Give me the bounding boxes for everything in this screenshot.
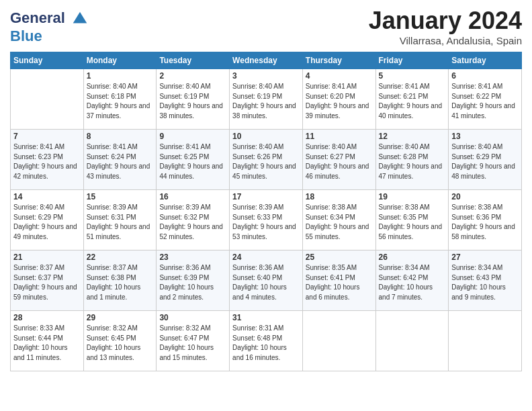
weekday-header-tuesday: Tuesday xyxy=(157,52,230,69)
day-info: Sunrise: 8:39 AM Sunset: 6:31 PM Dayligh… xyxy=(87,203,154,242)
day-number: 20 xyxy=(451,192,519,201)
calendar-table: SundayMondayTuesdayWednesdayThursdayFrid… xyxy=(10,52,522,371)
day-cell: 22Sunrise: 8:37 AM Sunset: 6:38 PM Dayli… xyxy=(83,250,157,311)
day-cell: 1Sunrise: 8:40 AM Sunset: 6:18 PM Daylig… xyxy=(83,69,157,130)
day-cell: 24Sunrise: 8:36 AM Sunset: 6:40 PM Dayli… xyxy=(230,250,303,311)
day-number: 3 xyxy=(232,71,300,81)
day-number: 15 xyxy=(87,192,154,201)
day-number: 2 xyxy=(159,71,226,81)
day-info: Sunrise: 8:33 AM Sunset: 6:44 PM Dayligh… xyxy=(13,324,81,363)
day-number: 22 xyxy=(87,253,154,262)
week-row-1: 1Sunrise: 8:40 AM Sunset: 6:18 PM Daylig… xyxy=(11,69,522,130)
day-cell xyxy=(375,311,449,371)
day-cell: 23Sunrise: 8:36 AM Sunset: 6:39 PM Dayli… xyxy=(157,250,230,311)
day-info: Sunrise: 8:35 AM Sunset: 6:41 PM Dayligh… xyxy=(306,263,373,302)
week-row-4: 21Sunrise: 8:37 AM Sunset: 6:37 PM Dayli… xyxy=(11,250,522,311)
day-info: Sunrise: 8:41 AM Sunset: 6:25 PM Dayligh… xyxy=(159,142,226,181)
day-cell: 9Sunrise: 8:41 AM Sunset: 6:25 PM Daylig… xyxy=(157,130,230,190)
day-number: 25 xyxy=(306,253,373,262)
weekday-header-monday: Monday xyxy=(83,52,157,69)
day-cell: 3Sunrise: 8:40 AM Sunset: 6:19 PM Daylig… xyxy=(230,69,303,130)
svg-marker-0 xyxy=(73,12,87,24)
day-info: Sunrise: 8:38 AM Sunset: 6:35 PM Dayligh… xyxy=(379,203,446,242)
day-cell: 21Sunrise: 8:37 AM Sunset: 6:37 PM Dayli… xyxy=(11,250,84,311)
day-number: 8 xyxy=(87,132,154,141)
day-number: 30 xyxy=(159,313,226,322)
day-cell: 8Sunrise: 8:41 AM Sunset: 6:24 PM Daylig… xyxy=(83,130,157,190)
week-row-3: 14Sunrise: 8:40 AM Sunset: 6:29 PM Dayli… xyxy=(11,190,522,250)
day-number: 28 xyxy=(13,313,81,322)
day-cell: 6Sunrise: 8:41 AM Sunset: 6:22 PM Daylig… xyxy=(449,69,522,130)
day-cell: 28Sunrise: 8:33 AM Sunset: 6:44 PM Dayli… xyxy=(11,311,84,371)
weekday-header-wednesday: Wednesday xyxy=(230,52,303,69)
day-cell: 4Sunrise: 8:41 AM Sunset: 6:20 PM Daylig… xyxy=(302,69,375,130)
day-cell: 18Sunrise: 8:38 AM Sunset: 6:34 PM Dayli… xyxy=(302,190,375,250)
day-cell xyxy=(302,311,375,371)
day-number: 1 xyxy=(87,71,154,81)
day-cell: 25Sunrise: 8:35 AM Sunset: 6:41 PM Dayli… xyxy=(302,250,375,311)
day-info: Sunrise: 8:34 AM Sunset: 6:43 PM Dayligh… xyxy=(451,263,519,302)
day-number: 9 xyxy=(159,132,226,141)
day-info: Sunrise: 8:38 AM Sunset: 6:36 PM Dayligh… xyxy=(451,203,519,242)
day-number: 24 xyxy=(232,253,300,262)
day-cell: 27Sunrise: 8:34 AM Sunset: 6:43 PM Dayli… xyxy=(449,250,522,311)
day-cell: 13Sunrise: 8:40 AM Sunset: 6:29 PM Dayli… xyxy=(449,130,522,190)
day-cell: 10Sunrise: 8:40 AM Sunset: 6:26 PM Dayli… xyxy=(230,130,303,190)
day-number: 27 xyxy=(451,253,519,262)
day-number: 17 xyxy=(232,192,300,201)
day-number: 23 xyxy=(159,253,226,262)
day-number: 6 xyxy=(451,71,519,81)
week-row-2: 7Sunrise: 8:41 AM Sunset: 6:23 PM Daylig… xyxy=(11,130,522,190)
day-number: 31 xyxy=(232,313,300,322)
day-cell: 29Sunrise: 8:32 AM Sunset: 6:45 PM Dayli… xyxy=(83,311,157,371)
day-cell: 14Sunrise: 8:40 AM Sunset: 6:29 PM Dayli… xyxy=(11,190,84,250)
day-number: 21 xyxy=(13,253,81,262)
day-cell: 26Sunrise: 8:34 AM Sunset: 6:42 PM Dayli… xyxy=(375,250,449,311)
month-title: January 2024 xyxy=(369,7,522,35)
day-info: Sunrise: 8:41 AM Sunset: 6:24 PM Dayligh… xyxy=(87,142,154,181)
weekday-header-row: SundayMondayTuesdayWednesdayThursdayFrid… xyxy=(11,52,522,69)
day-number: 12 xyxy=(379,132,446,141)
logo-text: General Blue xyxy=(10,9,89,44)
day-info: Sunrise: 8:40 AM Sunset: 6:19 PM Dayligh… xyxy=(232,82,300,121)
day-info: Sunrise: 8:34 AM Sunset: 6:42 PM Dayligh… xyxy=(379,263,446,302)
day-cell xyxy=(11,69,84,130)
day-info: Sunrise: 8:39 AM Sunset: 6:32 PM Dayligh… xyxy=(159,203,226,242)
day-info: Sunrise: 8:40 AM Sunset: 6:18 PM Dayligh… xyxy=(87,82,154,121)
logo-line1: General xyxy=(10,9,65,26)
day-info: Sunrise: 8:41 AM Sunset: 6:23 PM Dayligh… xyxy=(13,142,81,181)
day-number: 13 xyxy=(451,132,519,141)
day-info: Sunrise: 8:36 AM Sunset: 6:39 PM Dayligh… xyxy=(159,263,226,302)
day-number: 11 xyxy=(306,132,373,141)
day-info: Sunrise: 8:37 AM Sunset: 6:37 PM Dayligh… xyxy=(13,263,81,302)
day-number: 5 xyxy=(379,71,446,81)
day-info: Sunrise: 8:39 AM Sunset: 6:33 PM Dayligh… xyxy=(232,203,300,242)
day-cell: 7Sunrise: 8:41 AM Sunset: 6:23 PM Daylig… xyxy=(11,130,84,190)
day-info: Sunrise: 8:40 AM Sunset: 6:27 PM Dayligh… xyxy=(306,142,373,181)
day-cell: 30Sunrise: 8:32 AM Sunset: 6:47 PM Dayli… xyxy=(157,311,230,371)
day-info: Sunrise: 8:32 AM Sunset: 6:47 PM Dayligh… xyxy=(159,324,226,363)
day-cell: 11Sunrise: 8:40 AM Sunset: 6:27 PM Dayli… xyxy=(302,130,375,190)
day-cell: 17Sunrise: 8:39 AM Sunset: 6:33 PM Dayli… xyxy=(230,190,303,250)
location: Villarrasa, Andalusia, Spain xyxy=(369,35,522,46)
day-cell: 19Sunrise: 8:38 AM Sunset: 6:35 PM Dayli… xyxy=(375,190,449,250)
day-cell: 5Sunrise: 8:41 AM Sunset: 6:21 PM Daylig… xyxy=(375,69,449,130)
page-header: General Blue January 2024 Villarrasa, An… xyxy=(10,7,522,46)
day-info: Sunrise: 8:41 AM Sunset: 6:21 PM Dayligh… xyxy=(379,82,446,121)
weekday-header-friday: Friday xyxy=(375,52,449,69)
day-info: Sunrise: 8:40 AM Sunset: 6:29 PM Dayligh… xyxy=(13,203,81,242)
day-info: Sunrise: 8:40 AM Sunset: 6:19 PM Dayligh… xyxy=(159,82,226,121)
weekday-header-sunday: Sunday xyxy=(11,52,84,69)
day-number: 7 xyxy=(13,132,81,141)
day-info: Sunrise: 8:40 AM Sunset: 6:29 PM Dayligh… xyxy=(451,142,519,181)
day-number: 18 xyxy=(306,192,373,201)
day-number: 16 xyxy=(159,192,226,201)
weekday-header-saturday: Saturday xyxy=(449,52,522,69)
day-cell: 31Sunrise: 8:31 AM Sunset: 6:48 PM Dayli… xyxy=(230,311,303,371)
day-cell xyxy=(449,311,522,371)
weekday-header-thursday: Thursday xyxy=(302,52,375,69)
day-number: 4 xyxy=(306,71,373,81)
day-info: Sunrise: 8:36 AM Sunset: 6:40 PM Dayligh… xyxy=(232,263,300,302)
day-info: Sunrise: 8:38 AM Sunset: 6:34 PM Dayligh… xyxy=(306,203,373,242)
day-cell: 12Sunrise: 8:40 AM Sunset: 6:28 PM Dayli… xyxy=(375,130,449,190)
